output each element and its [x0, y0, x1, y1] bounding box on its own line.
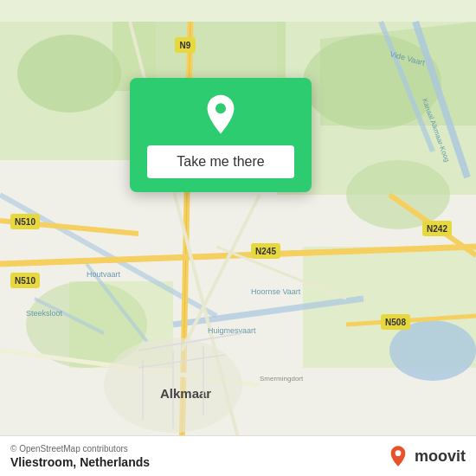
popup-card: Take me there	[130, 78, 312, 192]
svg-text:N510: N510	[15, 276, 35, 286]
bottom-bar: © OpenStreetMap contributors Vliestroom,…	[0, 435, 476, 476]
svg-text:N245: N245	[255, 247, 276, 256]
svg-text:N508: N508	[385, 318, 406, 327]
svg-text:Huigmesvaart: Huigmesvaart	[208, 326, 256, 335]
attribution-text: © OpenStreetMap contributors	[10, 444, 150, 453]
map-background: N9 N9 N245 N510 N510 N242 N508 Vide Vaar…	[0, 0, 476, 476]
svg-point-9	[346, 160, 450, 229]
location-name: Vliestroom, Netherlands	[10, 455, 150, 469]
svg-point-58	[396, 450, 402, 456]
svg-point-56	[215, 103, 226, 113]
svg-text:N510: N510	[15, 217, 35, 227]
moovit-brand-text: moovit	[415, 447, 466, 466]
svg-text:N9: N9	[180, 41, 191, 50]
svg-text:N242: N242	[427, 224, 447, 234]
svg-point-7	[17, 35, 121, 113]
location-pin-icon	[200, 93, 241, 135]
take-me-there-button[interactable]: Take me there	[147, 145, 294, 178]
svg-text:Hoornse Vaart: Hoornse Vaart	[251, 287, 301, 296]
svg-text:Steeksloot: Steeksloot	[26, 309, 63, 318]
svg-text:Houtvaart: Houtvaart	[87, 270, 121, 279]
svg-text:Smermingdort: Smermingdort	[260, 375, 304, 383]
moovit-brand-icon	[385, 443, 411, 469]
moovit-logo: moovit	[385, 443, 466, 469]
map-container: N9 N9 N245 N510 N510 N242 N508 Vide Vaar…	[0, 0, 476, 476]
bottom-left: © OpenStreetMap contributors Vliestroom,…	[10, 444, 150, 469]
